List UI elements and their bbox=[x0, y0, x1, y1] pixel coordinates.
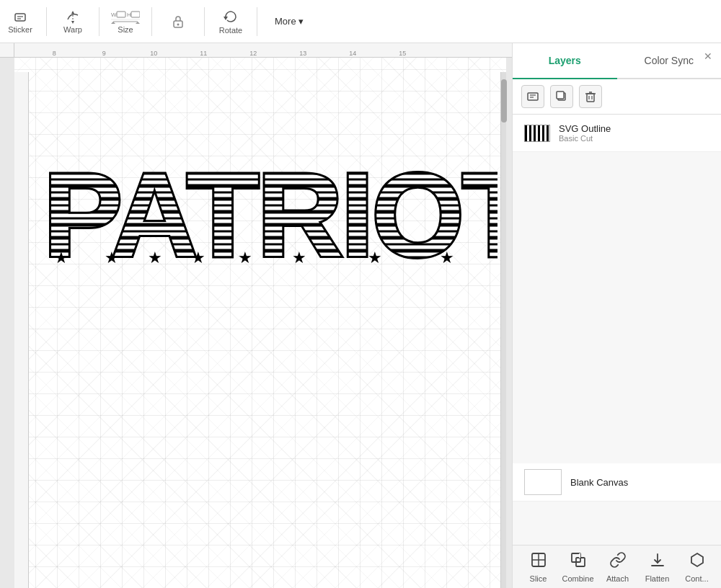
rotate-tool[interactable]: Rotate bbox=[216, 9, 245, 35]
main-area: 8 9 10 11 12 13 14 15 bbox=[0, 43, 721, 588]
svg-text:★: ★ bbox=[105, 249, 119, 267]
svg-marker-50 bbox=[691, 553, 703, 566]
ruler-top: 8 9 10 11 12 13 14 15 bbox=[0, 43, 512, 58]
svg-text:★: ★ bbox=[440, 249, 454, 267]
patriots-svg: PATRIOTS ★ ★ ★ ★ ★ ★ ★ ★ bbox=[36, 130, 497, 274]
svg-text:H: H bbox=[127, 12, 131, 18]
sep5 bbox=[257, 7, 257, 36]
size-icon: W H bbox=[111, 9, 140, 25]
flatten-icon bbox=[649, 551, 666, 572]
sep2 bbox=[99, 7, 99, 36]
attach-label: Attach bbox=[606, 574, 629, 583]
svg-marker-4 bbox=[71, 11, 74, 14]
layer-duplicate-button[interactable] bbox=[550, 85, 573, 108]
more-label: More bbox=[275, 16, 296, 27]
sep1 bbox=[46, 7, 47, 36]
contour-label: Cont... bbox=[685, 574, 708, 583]
attach-tool[interactable]: Attach bbox=[598, 548, 637, 586]
sep3 bbox=[151, 7, 152, 36]
more-button[interactable]: More ▾ bbox=[269, 13, 309, 30]
contour-tool[interactable]: Cont... bbox=[677, 548, 717, 586]
top-toolbar: Sticker Warp W H Size bbox=[0, 0, 721, 43]
slice-icon bbox=[530, 551, 547, 572]
warp-icon bbox=[65, 9, 81, 25]
scrollbar-thumb[interactable] bbox=[501, 79, 507, 122]
blank-canvas-item[interactable]: Blank Canvas bbox=[513, 463, 721, 502]
combine-tool[interactable]: Combine bbox=[558, 548, 598, 586]
panel-content: SVG Outline Basic Cut Blank Canvas bbox=[513, 115, 721, 545]
attach-icon bbox=[609, 551, 627, 572]
ruler-left bbox=[14, 72, 29, 588]
warp-label: Warp bbox=[63, 25, 82, 34]
canvas-content[interactable]: PATRIOTS ★ ★ ★ ★ ★ ★ ★ ★ bbox=[14, 58, 506, 588]
more-arrow-icon: ▾ bbox=[298, 16, 304, 27]
patriots-design[interactable]: PATRIOTS ★ ★ ★ ★ ★ ★ ★ ★ bbox=[36, 130, 497, 277]
tab-layers[interactable]: Layers bbox=[513, 43, 617, 79]
svg-text:★: ★ bbox=[54, 249, 68, 267]
svg-text:★: ★ bbox=[148, 249, 162, 267]
svg-text:★: ★ bbox=[191, 249, 205, 267]
flatten-label: Flatten bbox=[645, 574, 670, 583]
sep4 bbox=[204, 7, 205, 36]
blank-canvas-label: Blank Canvas bbox=[570, 477, 628, 488]
right-panel: Layers Color Sync ✕ SV bbox=[512, 43, 721, 588]
layer-thumbnail bbox=[524, 125, 550, 142]
rotate-label: Rotate bbox=[219, 26, 242, 35]
svg-marker-5 bbox=[71, 21, 74, 24]
svg-rect-36 bbox=[557, 92, 564, 99]
canvas-area[interactable]: 8 9 10 11 12 13 14 15 bbox=[0, 43, 512, 588]
warp-tool[interactable]: Warp bbox=[58, 9, 87, 34]
flatten-tool[interactable]: Flatten bbox=[637, 548, 677, 586]
svg-rect-32 bbox=[528, 93, 538, 100]
sticker-label: Sticker bbox=[8, 25, 32, 34]
blank-canvas-thumbnail bbox=[524, 469, 562, 495]
layer-controls bbox=[513, 79, 721, 115]
layer-type: Basic Cut bbox=[559, 134, 709, 143]
svg-text:W: W bbox=[111, 12, 117, 18]
svg-rect-7 bbox=[117, 12, 125, 17]
sticker-icon bbox=[12, 9, 28, 25]
sticker-tool[interactable]: Sticker bbox=[6, 9, 35, 34]
slice-tool[interactable]: Slice bbox=[518, 548, 558, 586]
svg-rect-0 bbox=[15, 14, 25, 21]
layer-group-button[interactable] bbox=[521, 85, 544, 108]
svg-rect-37 bbox=[587, 94, 594, 102]
layer-item[interactable]: SVG Outline Basic Cut bbox=[513, 115, 721, 152]
svg-text:★: ★ bbox=[238, 249, 252, 267]
size-label: Size bbox=[118, 25, 133, 34]
panel-tabs: Layers Color Sync ✕ bbox=[513, 43, 721, 79]
layer-delete-button[interactable] bbox=[579, 85, 602, 108]
slice-label: Slice bbox=[530, 574, 547, 583]
contour-icon bbox=[689, 551, 706, 572]
svg-point-15 bbox=[177, 23, 180, 25]
svg-text:★: ★ bbox=[368, 249, 382, 267]
combine-label: Combine bbox=[562, 574, 593, 583]
lock-tool[interactable] bbox=[164, 14, 193, 30]
scrollbar-right[interactable] bbox=[500, 72, 506, 588]
svg-text:★: ★ bbox=[292, 249, 306, 267]
panel-bottom-toolbar: Slice Combine Attach Flatten bbox=[513, 545, 721, 588]
layer-info: SVG Outline Basic Cut bbox=[559, 123, 709, 143]
rotate-icon bbox=[223, 9, 239, 26]
svg-marker-16 bbox=[224, 17, 228, 20]
combine-icon bbox=[570, 551, 587, 572]
svg-rect-9 bbox=[131, 12, 140, 17]
panel-close-button[interactable]: ✕ bbox=[701, 49, 715, 63]
size-tool[interactable]: W H Size bbox=[111, 9, 140, 34]
layer-name: SVG Outline bbox=[559, 123, 709, 134]
